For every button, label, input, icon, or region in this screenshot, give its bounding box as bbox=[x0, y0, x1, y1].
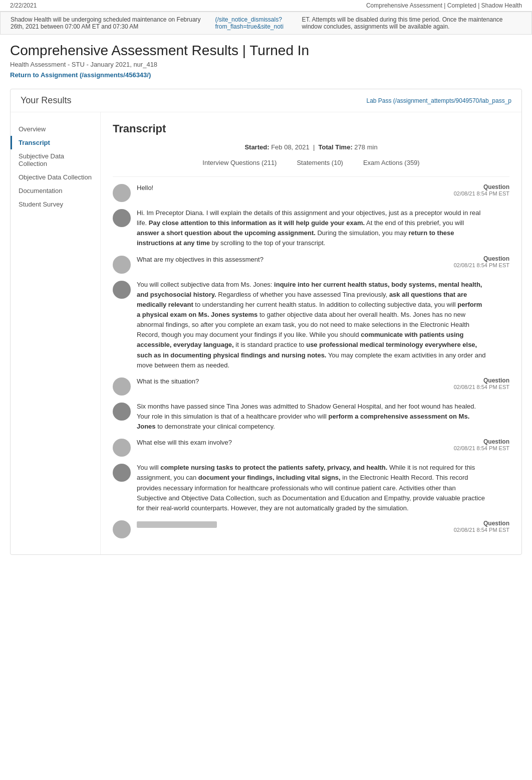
preceptor-avatar-4 bbox=[113, 281, 131, 299]
msg-text-4: You will collect subjective data from Ms… bbox=[137, 280, 487, 370]
msg-text-1: Hello! bbox=[137, 183, 153, 193]
notice-link[interactable]: (/site_notice_dismissals?from_flash=true… bbox=[215, 16, 300, 30]
transcript-message-5: What is the situation? Question 02/08/21… bbox=[113, 376, 509, 396]
content-area: Transcript Started: Feb 08, 2021 | Total… bbox=[101, 112, 521, 554]
total-time-label: Total Time: bbox=[319, 143, 353, 151]
sidebar-item-transcript[interactable]: Transcript bbox=[11, 136, 100, 149]
msg-meta-9: Question 02/08/21 8:54 PM EST bbox=[444, 519, 509, 533]
question-time-3: 02/08/21 8:54 PM EST bbox=[444, 262, 509, 268]
patient-avatar-1 bbox=[113, 184, 131, 202]
top-bar-title: Comprehensive Assessment | Completed | S… bbox=[366, 2, 522, 9]
msg-text-8: You will complete nursing tasks to prote… bbox=[137, 463, 487, 513]
question-label-1: Question bbox=[483, 183, 509, 190]
divider bbox=[113, 176, 509, 177]
question-time-9: 02/08/21 8:54 PM EST bbox=[444, 527, 509, 533]
msg-text-6: Six months have passed since Tina Jones … bbox=[137, 402, 487, 432]
stat-interview: Interview Questions (211) bbox=[202, 159, 277, 166]
transcript-message-2: Hi. Im Preceptor Diana. I will explain t… bbox=[113, 208, 509, 249]
sidebar-item-survey[interactable]: Student Survey bbox=[11, 198, 100, 211]
sidebar-item-subjective[interactable]: Subjective Data Collection bbox=[11, 149, 100, 170]
results-container: Your Results Lab Pass (/assignment_attem… bbox=[10, 89, 522, 555]
page-title: Comprehensive Assessment Results | Turne… bbox=[10, 43, 522, 59]
notice-banner: Shadow Health will be undergoing schedul… bbox=[0, 12, 532, 35]
transcript-meta: Started: Feb 08, 2021 | Total Time: 278 … bbox=[113, 143, 509, 151]
page-subtitle: Health Assessment - STU - January 2021, … bbox=[10, 61, 522, 68]
question-label-3: Question bbox=[483, 255, 509, 262]
question-label-7: Question bbox=[483, 438, 509, 445]
notice-text-2: ET. Attempts will be disabled during thi… bbox=[302, 16, 521, 30]
sidebar-item-documentation[interactable]: Documentation bbox=[11, 184, 100, 198]
stat-statements: Statements (10) bbox=[297, 159, 343, 166]
total-time-value: 278 min bbox=[354, 143, 377, 151]
msg-meta-7: Question 02/08/21 8:54 PM EST bbox=[444, 438, 509, 451]
preceptor-avatar-6 bbox=[113, 403, 131, 421]
patient-avatar-7 bbox=[113, 439, 131, 457]
preceptor-avatar-8 bbox=[113, 464, 131, 482]
msg-text-5: What is the situation? bbox=[137, 376, 199, 386]
transcript-message-8: You will complete nursing tasks to prote… bbox=[113, 463, 509, 513]
started-value: Feb 08, 2021 bbox=[271, 143, 310, 151]
started-label: Started: bbox=[244, 143, 269, 151]
transcript-title: Transcript bbox=[113, 122, 509, 135]
preceptor-avatar-2 bbox=[113, 209, 131, 227]
sidebar: Overview Transcript Subjective Data Coll… bbox=[11, 112, 101, 554]
stats-row: Interview Questions (211) Statements (10… bbox=[113, 159, 509, 166]
lab-pass-link[interactable]: Lab Pass (/assignment_attempts/9049570/l… bbox=[366, 97, 511, 104]
msg-text-2: Hi. Im Preceptor Diana. I will explain t… bbox=[137, 208, 487, 249]
patient-avatar-5 bbox=[113, 377, 131, 396]
main-layout: Overview Transcript Subjective Data Coll… bbox=[11, 112, 521, 554]
page-header: Comprehensive Assessment Results | Turne… bbox=[0, 35, 532, 81]
top-bar: 2/22/2021 Comprehensive Assessment | Com… bbox=[0, 0, 532, 12]
question-time-7: 02/08/21 8:54 PM EST bbox=[444, 445, 509, 451]
stat-exam: Exam Actions (359) bbox=[363, 159, 420, 166]
results-title: Your Results bbox=[21, 95, 71, 106]
transcript-message-9: Question 02/08/21 8:54 PM EST bbox=[113, 519, 509, 538]
top-bar-date: 2/22/2021 bbox=[10, 2, 37, 9]
sidebar-item-overview[interactable]: Overview bbox=[11, 122, 100, 136]
transcript-message-6: Six months have passed since Tina Jones … bbox=[113, 402, 509, 432]
patient-avatar-3 bbox=[113, 256, 131, 274]
transcript-message-4: You will collect subjective data from Ms… bbox=[113, 280, 509, 370]
msg-meta-5: Question 02/08/21 8:54 PM EST bbox=[444, 376, 509, 390]
transcript-message-1: Hello! Question 02/08/21 8:54 PM EST bbox=[113, 183, 509, 202]
question-time-1: 02/08/21 8:54 PM EST bbox=[444, 190, 509, 197]
sidebar-item-objective[interactable]: Objective Data Collection bbox=[11, 170, 100, 184]
blurred-text bbox=[137, 521, 217, 528]
return-to-assignment-link[interactable]: Return to Assignment (/assignments/45634… bbox=[10, 71, 151, 79]
question-time-5: 02/08/21 8:54 PM EST bbox=[444, 384, 509, 390]
msg-text-7: What else will this exam involve? bbox=[137, 438, 232, 448]
transcript-message-7: What else will this exam involve? Questi… bbox=[113, 438, 509, 457]
msg-meta-3: Question 02/08/21 8:54 PM EST bbox=[444, 255, 509, 268]
msg-meta-1: Question 02/08/21 8:54 PM EST bbox=[444, 183, 509, 197]
question-label-9: Question bbox=[483, 520, 509, 527]
transcript-message-3: What are my objectives in this assessmen… bbox=[113, 255, 509, 274]
patient-avatar-9 bbox=[113, 520, 131, 538]
notice-text: Shadow Health will be undergoing schedul… bbox=[11, 16, 213, 30]
msg-text-3: What are my objectives in this assessmen… bbox=[137, 255, 263, 265]
results-header: Your Results Lab Pass (/assignment_attem… bbox=[11, 89, 521, 112]
msg-text-9 bbox=[137, 519, 217, 529]
question-label-5: Question bbox=[483, 377, 509, 384]
